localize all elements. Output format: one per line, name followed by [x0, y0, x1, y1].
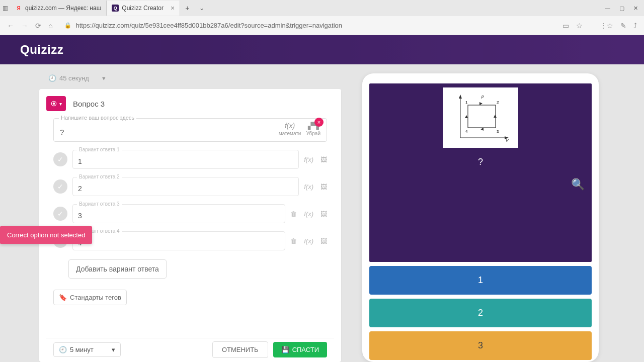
svg-marker-4 — [459, 95, 462, 99]
chevron-down-icon: ▾ — [112, 346, 115, 353]
question-input[interactable]: Напишите ваш вопрос здесь ? f(x) математ… — [53, 118, 327, 142]
forward-icon[interactable]: → — [21, 22, 28, 30]
svg-text:p: p — [481, 94, 484, 99]
readlist-icon[interactable]: ▥ — [3, 5, 8, 12]
chevron-down-icon: ▾ — [59, 101, 62, 107]
back-icon[interactable]: ← — [7, 22, 14, 30]
svg-marker-15 — [480, 128, 484, 131]
tab-2-title: Quizizz Creator — [122, 5, 164, 12]
question-placeholder: Напишите ваш вопрос здесь — [59, 115, 136, 121]
answer-input-2[interactable]: Вариант ответа 2 2 — [72, 177, 299, 196]
remove-image-icon[interactable]: × — [314, 118, 324, 127]
preview-option-3[interactable]: 3 — [369, 331, 592, 360]
answer-row-3: ✓ Вариант ответа 3 3 🗑 f(x) 🖼 — [53, 202, 327, 225]
image-icon[interactable]: 🖼 — [320, 156, 327, 163]
preview-option-2[interactable]: 2 — [369, 299, 592, 327]
answer-row-1: ✓ Вариант ответа 1 1 f(x) 🖼 — [53, 148, 327, 171]
clock-icon: 🕘 — [48, 74, 56, 82]
answer-row-4: ✓ Вариант ответа 4 4 🗑 f(x) 🖼 — [53, 229, 327, 252]
math-icon[interactable]: f(x) — [304, 156, 313, 163]
favorites-bar-icon[interactable]: ⋮☆ — [600, 22, 613, 30]
question-image: p V 12 34 — [443, 87, 518, 148]
preview-screen: p V 12 34 ? 🔍 — [369, 83, 592, 262]
window-titlebar: ▥ Я quizizz.com — Яндекс: наш Q Quizizz … — [0, 0, 644, 16]
svg-text:4: 4 — [465, 129, 468, 134]
refresh-icon[interactable]: ⟳ — [35, 22, 41, 30]
image-icon[interactable]: 🖼 — [320, 237, 327, 245]
reader-icon[interactable]: ▭ — [562, 22, 569, 30]
svg-rect-8 — [468, 105, 496, 128]
url-text: https://quizizz.com/quiz/5e931cee4ff85d0… — [75, 22, 342, 29]
mobile-preview: p V 12 34 ? 🔍 1 2 3 4 — [362, 73, 599, 362]
browser-tab-2[interactable]: Q Quizizz Creator × — [107, 1, 180, 16]
math-icon[interactable]: f(x) — [285, 122, 295, 130]
zoom-icon[interactable]: 🔍 — [571, 178, 585, 191]
standards-button[interactable]: 🔖 Стандарты тегов — [53, 290, 127, 305]
save-button[interactable]: 💾 СПАСТИ — [273, 342, 327, 357]
math-label: математи — [279, 131, 301, 136]
svg-point-1 — [53, 103, 55, 105]
svg-text:2: 2 — [497, 100, 499, 105]
quizizz-favicon: Q — [112, 5, 119, 12]
answer-input-1[interactable]: Вариант ответа 1 1 — [72, 150, 299, 169]
answer-row-2: ✓ Вариант ответа 2 2 f(x) 🖼 — [53, 175, 327, 198]
question-type-button[interactable]: ▾ — [46, 96, 66, 111]
maximize-icon[interactable]: ▢ — [619, 5, 624, 12]
image-icon[interactable]: 🖼 — [320, 210, 327, 218]
notes-icon[interactable]: ✎ — [620, 22, 626, 30]
add-option-button[interactable]: Добавить вариант ответа — [68, 259, 167, 279]
answer-input-3[interactable]: Вариант ответа 3 3 — [72, 204, 285, 223]
svg-text:3: 3 — [497, 129, 499, 134]
tag-icon: 🔖 — [59, 294, 67, 301]
close-tab-icon[interactable]: × — [171, 4, 175, 12]
chevron-down-icon: ▾ — [102, 74, 106, 82]
tab-1-title: quizizz.com — Яндекс: наш — [25, 5, 101, 12]
answer-input-4[interactable]: Вариант ответа 4 4 — [72, 231, 285, 250]
remove-label: Убрай — [306, 131, 320, 136]
timer-value: 45 секунд — [59, 74, 89, 82]
timer-dropdown[interactable]: 🕘 45 секунд ▾ — [39, 73, 341, 89]
app-header: Quizizz — [0, 35, 644, 64]
favorite-icon[interactable]: ☆ — [576, 22, 583, 30]
cancel-button[interactable]: ОТМЕНИТЬ — [212, 341, 268, 358]
tab-overflow-icon[interactable]: ⌄ — [194, 5, 209, 12]
mark-correct-3[interactable]: ✓ — [53, 207, 67, 221]
minimize-icon[interactable]: — — [605, 5, 610, 12]
math-icon[interactable]: f(x) — [304, 210, 313, 218]
mark-correct-2[interactable]: ✓ — [53, 179, 67, 194]
svg-marker-16 — [465, 115, 468, 118]
preview-option-1[interactable]: 1 — [369, 266, 592, 295]
save-icon: 💾 — [281, 346, 289, 353]
image-icon[interactable]: 🖼 — [320, 183, 327, 191]
duration-select[interactable]: 🕘 5 минут ▾ — [53, 342, 121, 357]
question-editor-card: ▾ Вопрос 3 Напишите ваш вопрос здесь ? f… — [39, 89, 341, 362]
preview-question: ? — [373, 157, 588, 167]
close-window-icon[interactable]: ✕ — [633, 5, 638, 12]
browser-tab-1[interactable]: Я quizizz.com — Яндекс: наш — [10, 1, 107, 16]
mark-correct-1[interactable]: ✓ — [53, 152, 67, 166]
home-icon[interactable]: ⌂ — [48, 22, 52, 30]
question-number: Вопрос 3 — [73, 100, 105, 108]
question-value: ? — [60, 122, 274, 136]
math-icon[interactable]: f(x) — [304, 237, 313, 245]
editor-footer: 🕘 5 минут ▾ ОТМЕНИТЬ 💾 СПАСТИ — [46, 338, 334, 362]
address-bar[interactable]: 🔒 https://quizizz.com/quiz/5e931cee4ff85… — [59, 22, 555, 29]
svg-marker-14 — [494, 115, 497, 118]
new-tab-button[interactable]: + — [180, 4, 194, 12]
delete-icon[interactable]: 🗑 — [290, 210, 297, 218]
delete-icon[interactable]: 🗑 — [290, 237, 297, 245]
error-toast: Correct option not selected — [0, 226, 92, 244]
svg-text:1: 1 — [465, 100, 468, 105]
lock-icon: 🔒 — [64, 22, 71, 29]
main-content: Correct option not selected 🕘 45 секунд … — [0, 64, 644, 362]
svg-marker-13 — [479, 102, 482, 105]
quizizz-logo[interactable]: Quizizz — [20, 43, 63, 57]
yandex-icon: Я — [15, 5, 22, 12]
browser-toolbar: ← → ⟳ ⌂ 🔒 https://quizizz.com/quiz/5e931… — [0, 16, 644, 35]
share-icon[interactable]: ⤴ — [633, 22, 637, 30]
math-icon[interactable]: f(x) — [304, 183, 313, 191]
clock-icon: 🕘 — [59, 346, 67, 353]
svg-text:V: V — [506, 138, 509, 143]
